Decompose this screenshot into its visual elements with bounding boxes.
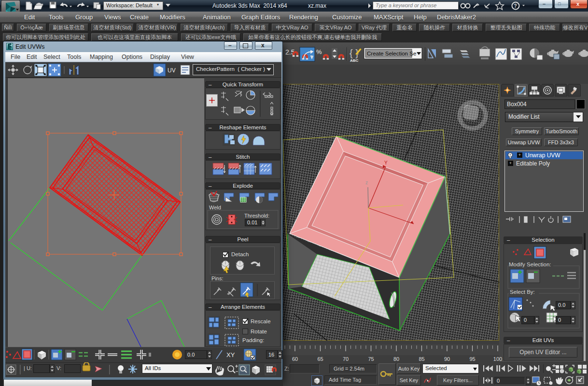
svg-text:Create Selection Se: Create Selection Se (367, 51, 416, 56)
svg-text:85: 85 (419, 356, 424, 362)
svg-text:UV: UV (168, 67, 176, 74)
svg-text:XY: XY (226, 351, 235, 358)
svg-text:?: ? (514, 3, 517, 9)
svg-text:z: z (365, 180, 368, 185)
svg-text:75: 75 (368, 356, 374, 362)
svg-text:90: 90 (444, 356, 450, 362)
svg-text:95: 95 (469, 356, 475, 362)
svg-text:80: 80 (393, 356, 399, 362)
svg-text:70: 70 (343, 356, 349, 362)
svg-text:65: 65 (317, 356, 323, 362)
svg-text:%: % (316, 48, 322, 55)
svg-text:ABC: ABC (350, 58, 359, 63)
svg-text:60: 60 (292, 356, 298, 362)
svg-text:Weld: Weld (209, 205, 221, 210)
svg-text:Y: Y (384, 160, 388, 165)
